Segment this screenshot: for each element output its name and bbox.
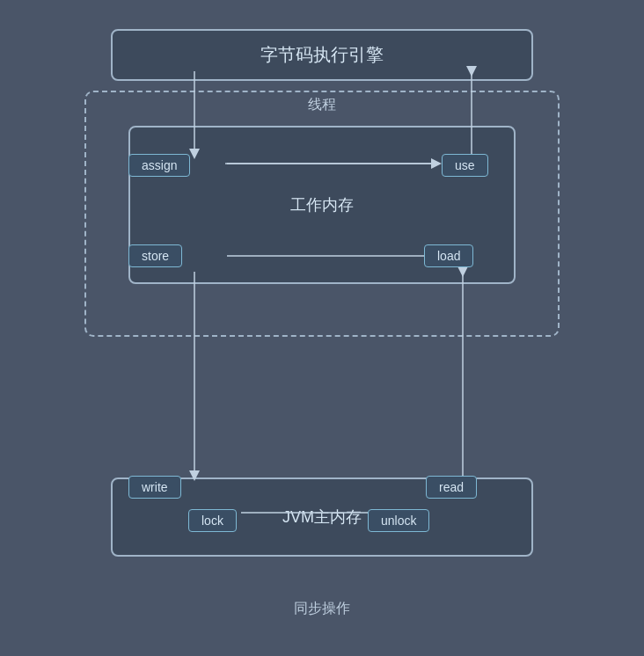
bytecode-engine-label: 字节码执行引擎 [260,45,384,64]
working-memory-label: 工作内存 [290,194,354,215]
assign-op: assign [128,154,190,177]
thread-label: 线程 [308,96,336,114]
load-op: load [424,244,473,267]
sync-label: 同步操作 [294,600,350,618]
lock-op: lock [188,509,237,532]
unlock-op: unlock [368,509,429,532]
diagram-container: 字节码执行引擎 线程 工作内存 assign use store load JV… [23,20,621,636]
store-op: store [128,244,182,267]
read-op: read [426,476,477,499]
use-op: use [442,154,488,177]
bytecode-engine-box: 字节码执行引擎 [111,29,533,81]
write-op: write [128,476,181,499]
jvm-memory-label: JVM主内存 [282,507,362,528]
